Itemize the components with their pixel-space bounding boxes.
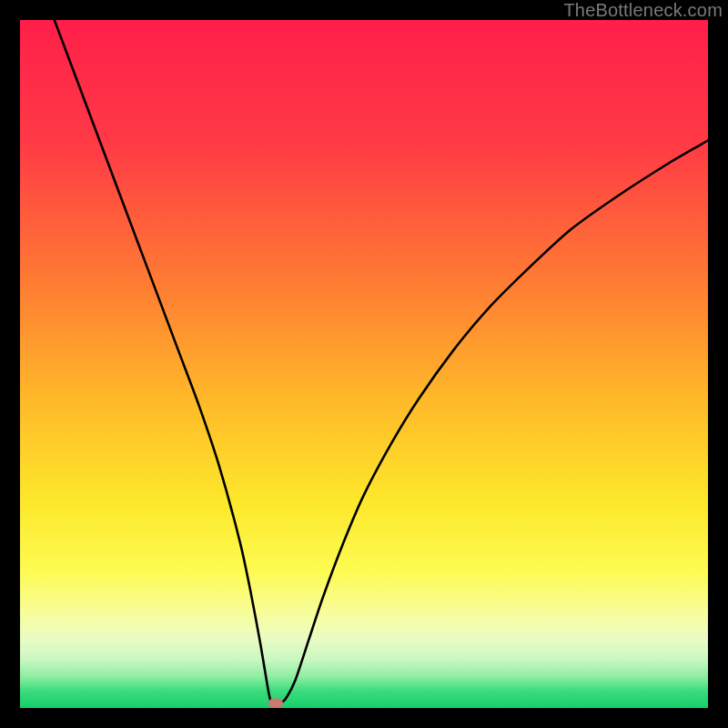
bottleneck-curve xyxy=(20,20,708,708)
watermark-text: TheBottleneck.com xyxy=(563,0,723,21)
chart-container: TheBottleneck.com xyxy=(0,0,728,728)
plot-area xyxy=(20,20,708,708)
minimum-marker xyxy=(268,699,283,708)
